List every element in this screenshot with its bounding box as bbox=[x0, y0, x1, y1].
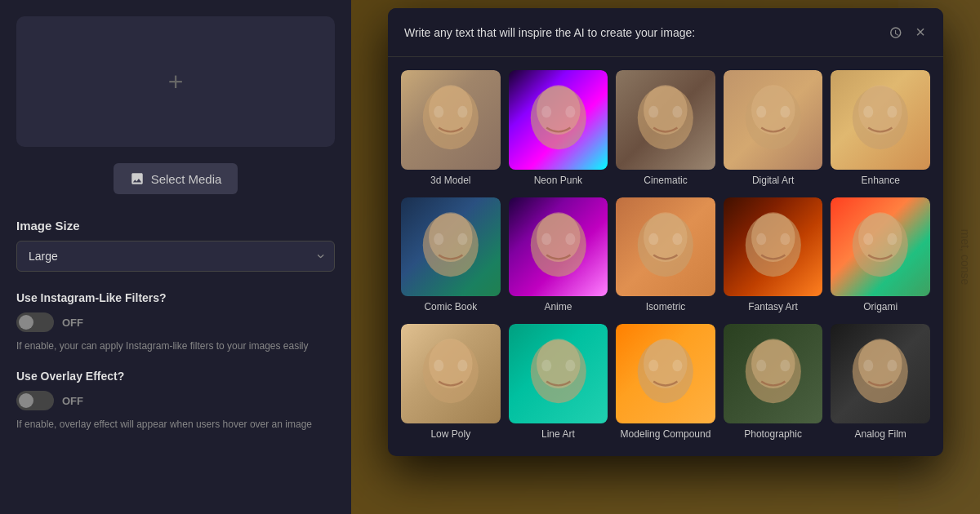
svg-point-50 bbox=[648, 360, 658, 372]
instagram-filter-section: Use Instagram-Like Filters? OFF If enabl… bbox=[16, 291, 335, 353]
instagram-filter-label: Use Instagram-Like Filters? bbox=[16, 291, 335, 304]
modal-title: Write any text that will inspire the AI … bbox=[404, 26, 695, 39]
style-item-comic-book[interactable]: Comic Book bbox=[401, 197, 501, 317]
style-item-cinematic[interactable]: Cinematic bbox=[616, 70, 715, 189]
svg-point-38 bbox=[864, 233, 874, 245]
style-img-neon-punk bbox=[509, 70, 608, 170]
svg-point-6 bbox=[541, 106, 551, 118]
overlay-effect-label: Use Overlay Effect? bbox=[16, 370, 335, 383]
style-item-modeling-compound[interactable]: Modeling Compound bbox=[616, 324, 715, 443]
history-icon-button[interactable] bbox=[886, 24, 904, 42]
upload-area[interactable]: + bbox=[16, 16, 335, 147]
svg-point-15 bbox=[780, 106, 790, 118]
style-item-enhance[interactable]: Enhance bbox=[831, 70, 930, 189]
svg-point-42 bbox=[434, 360, 443, 372]
style-img-anime bbox=[509, 197, 608, 297]
style-item-isometric[interactable]: Isometric bbox=[616, 197, 715, 317]
svg-point-18 bbox=[864, 106, 874, 118]
sidebar: + Select Media Image Size Large Medium S… bbox=[0, 0, 351, 514]
instagram-filter-row: OFF bbox=[16, 312, 335, 332]
style-item-origami[interactable]: Origami bbox=[831, 197, 930, 317]
modal-header-icons: × bbox=[886, 21, 927, 43]
instagram-filter-desc: If enable, your can apply Instagram-like… bbox=[16, 339, 335, 353]
svg-point-39 bbox=[888, 233, 898, 245]
main-content: met, conse Write any text that will insp… bbox=[351, 0, 980, 514]
style-item-anime[interactable]: Anime bbox=[509, 197, 608, 317]
style-img-low-poly bbox=[401, 324, 501, 423]
style-name-digital-art: Digital Art bbox=[752, 175, 794, 189]
svg-point-43 bbox=[457, 360, 467, 372]
style-item-digital-art[interactable]: Digital Art bbox=[724, 70, 823, 189]
style-name-modeling-compound: Modeling Compound bbox=[621, 428, 711, 443]
style-name-low-poly: Low Poly bbox=[430, 428, 470, 443]
overlay-effect-section: Use Overlay Effect? OFF If enable, overl… bbox=[16, 370, 335, 432]
svg-point-30 bbox=[648, 233, 658, 245]
svg-point-46 bbox=[541, 360, 551, 372]
svg-point-22 bbox=[434, 233, 443, 245]
modal-header: Write any text that will inspire the AI … bbox=[388, 8, 943, 57]
close-modal-button[interactable]: × bbox=[914, 21, 927, 43]
style-select-modal: Write any text that will inspire the AI … bbox=[388, 8, 943, 456]
svg-point-59 bbox=[888, 360, 898, 372]
style-item-line-art[interactable]: Line Art bbox=[509, 324, 608, 443]
style-name-cinematic: Cinematic bbox=[644, 175, 687, 189]
style-item-3d-model[interactable]: 3d Model bbox=[401, 70, 501, 189]
svg-point-35 bbox=[780, 233, 790, 245]
style-item-analog-film[interactable]: Analog Film bbox=[831, 324, 930, 443]
style-name-neon-punk: Neon Punk bbox=[534, 175, 582, 189]
style-img-photographic bbox=[724, 324, 823, 423]
svg-point-58 bbox=[864, 360, 874, 372]
svg-point-34 bbox=[756, 233, 766, 245]
svg-point-47 bbox=[565, 360, 575, 372]
style-img-cinematic bbox=[616, 70, 715, 170]
svg-point-31 bbox=[673, 233, 683, 245]
style-img-analog-film bbox=[831, 324, 930, 423]
svg-point-11 bbox=[673, 106, 683, 118]
svg-point-2 bbox=[434, 106, 443, 118]
select-media-button[interactable]: Select Media bbox=[114, 163, 238, 194]
svg-point-10 bbox=[648, 106, 658, 118]
svg-point-51 bbox=[673, 360, 683, 372]
svg-point-27 bbox=[565, 233, 575, 245]
style-img-enhance bbox=[831, 70, 930, 170]
overlay-effect-toggle[interactable] bbox=[16, 391, 54, 410]
style-name-isometric: Isometric bbox=[646, 301, 686, 316]
image-size-label: Image Size bbox=[16, 219, 335, 233]
media-icon bbox=[130, 171, 145, 186]
style-name-fantasy-art: Fantasy Art bbox=[748, 301, 798, 316]
svg-point-55 bbox=[780, 360, 790, 372]
overlay-effect-state: OFF bbox=[62, 395, 83, 407]
svg-point-14 bbox=[756, 106, 766, 118]
image-size-select[interactable]: Large Medium Small bbox=[16, 241, 335, 272]
add-icon: + bbox=[159, 65, 192, 98]
svg-point-54 bbox=[756, 360, 766, 372]
overlay-effect-desc: If enable, overlay effect will appear wh… bbox=[16, 417, 335, 432]
style-name-origami: Origami bbox=[863, 301, 898, 316]
history-icon bbox=[888, 25, 902, 40]
instagram-filter-state: OFF bbox=[62, 317, 83, 329]
svg-point-19 bbox=[888, 106, 898, 118]
style-name-analog-film: Analog Film bbox=[855, 428, 906, 443]
style-item-neon-punk[interactable]: Neon Punk bbox=[509, 70, 608, 189]
instagram-filter-toggle[interactable] bbox=[16, 312, 54, 332]
style-item-low-poly[interactable]: Low Poly bbox=[401, 324, 501, 443]
style-name-enhance: Enhance bbox=[862, 175, 900, 189]
svg-point-26 bbox=[541, 233, 551, 245]
modal-overlay[interactable]: Write any text that will inspire the AI … bbox=[351, 0, 980, 514]
style-grid: 3d Model Neon Punk Cinematic Digital Art… bbox=[401, 70, 930, 443]
style-img-line-art bbox=[509, 324, 608, 423]
svg-point-7 bbox=[565, 106, 575, 118]
style-item-fantasy-art[interactable]: Fantasy Art bbox=[724, 197, 823, 317]
style-name-comic-book: Comic Book bbox=[424, 301, 477, 316]
modal-body: 3d Model Neon Punk Cinematic Digital Art… bbox=[388, 57, 943, 456]
style-img-fantasy-art bbox=[724, 197, 823, 297]
style-img-comic-book bbox=[401, 197, 501, 297]
style-img-modeling-compound bbox=[616, 324, 715, 423]
style-name-line-art: Line Art bbox=[541, 428, 575, 443]
style-img-isometric bbox=[616, 197, 715, 297]
svg-point-3 bbox=[457, 106, 467, 118]
style-item-photographic[interactable]: Photographic bbox=[724, 324, 823, 443]
style-name-3d-model: 3d Model bbox=[430, 175, 470, 189]
style-img-3d-model bbox=[401, 70, 501, 170]
style-name-anime: Anime bbox=[544, 301, 572, 316]
